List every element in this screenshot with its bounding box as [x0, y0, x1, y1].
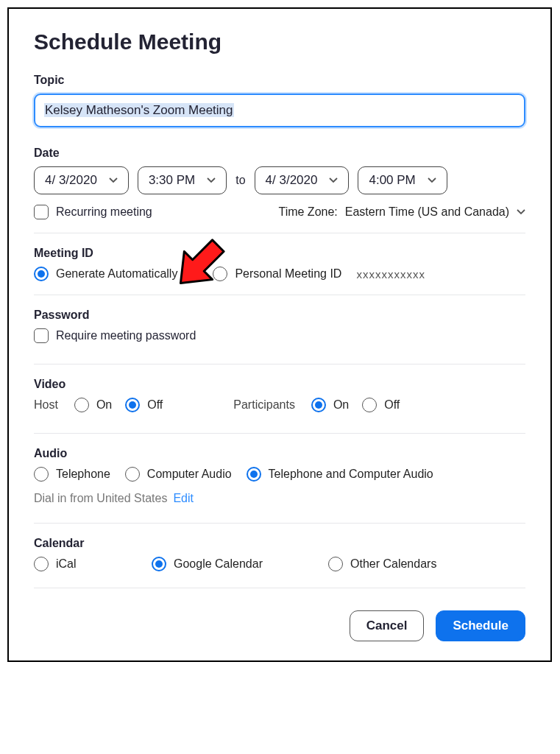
timezone-label: Time Zone: — [278, 205, 337, 219]
calendar-other-radio[interactable] — [328, 557, 343, 571]
personal-meeting-id-value: xxxxxxxxxxx — [356, 268, 425, 281]
chevron-down-icon[interactable] — [517, 209, 525, 215]
divider — [34, 523, 525, 524]
start-date-picker[interactable]: 4/ 3/2020 — [34, 166, 129, 194]
chevron-down-icon — [329, 177, 338, 183]
host-on-radio[interactable] — [74, 398, 89, 412]
end-date-value: 4/ 3/2020 — [266, 173, 318, 188]
audio-telephone-label: Telephone — [56, 468, 110, 481]
host-off-label: Off — [147, 398, 163, 412]
host-on-label: On — [96, 398, 112, 412]
start-time-picker[interactable]: 3:30 PM — [138, 166, 227, 194]
to-label: to — [235, 174, 245, 187]
audio-telephone-radio[interactable] — [34, 467, 49, 482]
participants-off-radio[interactable] — [362, 398, 377, 412]
host-label: Host — [34, 398, 58, 412]
recurring-checkbox[interactable] — [34, 205, 49, 219]
audio-computer-radio[interactable] — [125, 467, 140, 482]
host-off-radio[interactable] — [125, 398, 140, 412]
calendar-other-label: Other Calendars — [350, 557, 436, 571]
require-password-label: Require meeting password — [56, 329, 196, 342]
generate-auto-radio[interactable] — [34, 267, 49, 281]
require-password-checkbox[interactable] — [34, 328, 49, 343]
topic-label: Topic — [34, 74, 525, 87]
dial-in-text: Dial in from United States — [34, 492, 167, 505]
end-date-picker[interactable]: 4/ 3/2020 — [255, 166, 350, 194]
divider — [34, 364, 525, 364]
start-time-value: 3:30 PM — [149, 173, 195, 188]
participants-label: Participants — [233, 398, 295, 412]
personal-meeting-id-radio[interactable] — [213, 267, 227, 281]
audio-both-label: Telephone and Computer Audio — [269, 468, 433, 481]
dial-in-edit-link[interactable]: Edit — [173, 492, 194, 505]
divider — [34, 588, 525, 588]
chevron-down-icon — [109, 177, 118, 183]
dialog-title: Schedule Meeting — [34, 29, 525, 54]
cancel-button[interactable]: Cancel — [350, 610, 425, 641]
end-time-value: 4:00 PM — [369, 173, 415, 188]
audio-computer-label: Computer Audio — [147, 468, 232, 481]
calendar-ical-radio[interactable] — [34, 557, 49, 571]
divider — [34, 433, 525, 434]
date-label: Date — [34, 147, 525, 160]
generate-auto-label: Generate Automatically — [56, 267, 177, 281]
divider — [34, 295, 525, 295]
divider — [34, 233, 525, 233]
calendar-google-label: Google Calendar — [174, 557, 263, 571]
calendar-ical-label: iCal — [56, 557, 77, 571]
audio-label: Audio — [34, 447, 525, 460]
personal-meeting-id-label: Personal Meeting ID — [235, 267, 341, 281]
audio-both-radio[interactable] — [247, 467, 261, 482]
password-label: Password — [34, 309, 525, 322]
calendar-google-radio[interactable] — [152, 557, 166, 571]
start-date-value: 4/ 3/2020 — [45, 173, 97, 188]
chevron-down-icon — [207, 177, 216, 183]
video-label: Video — [34, 378, 525, 391]
schedule-meeting-dialog: Schedule Meeting Topic Kelsey Matheson's… — [7, 7, 552, 662]
recurring-label: Recurring meeting — [56, 205, 152, 219]
timezone-value[interactable]: Eastern Time (US and Canada) — [345, 205, 509, 219]
end-time-picker[interactable]: 4:00 PM — [358, 166, 447, 194]
meeting-id-label: Meeting ID — [34, 247, 525, 260]
participants-on-label: On — [333, 398, 349, 412]
participants-on-radio[interactable] — [311, 398, 326, 412]
chevron-down-icon — [428, 177, 436, 183]
topic-value: Kelsey Matheson's Zoom Meeting — [44, 103, 234, 117]
topic-input[interactable]: Kelsey Matheson's Zoom Meeting — [34, 94, 525, 127]
schedule-button[interactable]: Schedule — [436, 610, 525, 641]
participants-off-label: Off — [384, 398, 400, 412]
calendar-label: Calendar — [34, 537, 525, 550]
